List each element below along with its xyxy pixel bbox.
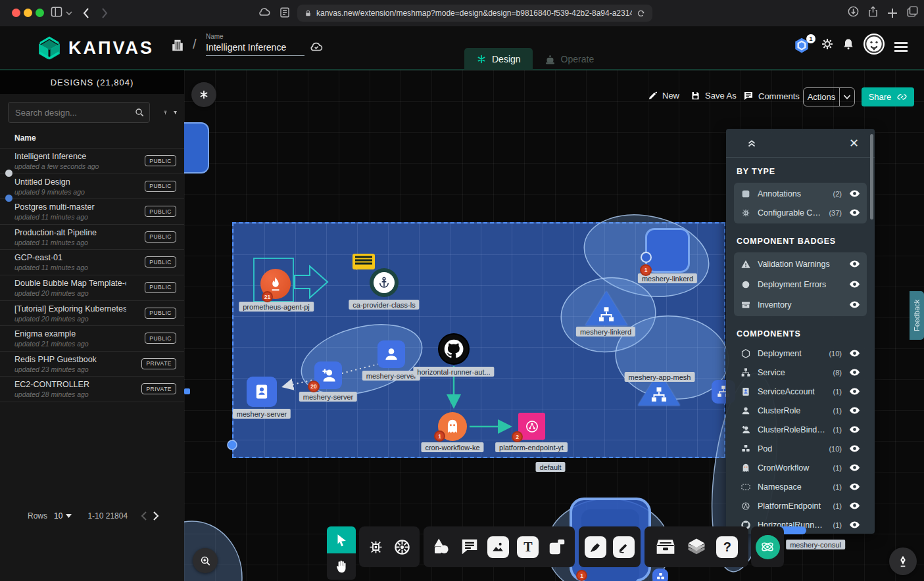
tool-pen-button[interactable] — [585, 536, 606, 558]
design-row[interactable]: Intelligent Inference updated a few seco… — [0, 149, 184, 174]
bell-icon[interactable] — [842, 37, 855, 51]
node-small-pod[interactable] — [652, 569, 668, 581]
share-icon[interactable] — [867, 5, 879, 18]
kanvas-logo[interactable]: KAΠVAS — [37, 35, 154, 60]
eye-icon[interactable] — [848, 500, 860, 511]
eye-icon[interactable] — [848, 367, 860, 378]
search-input[interactable] — [8, 102, 150, 123]
design-row[interactable]: Postgres multi-master updated 11 minutes… — [0, 199, 184, 225]
tool-pan-hand[interactable] — [327, 553, 356, 580]
component-row-namespace[interactable]: Namespace(1) — [734, 477, 867, 496]
tool-text-button[interactable]: T — [517, 536, 539, 558]
component-row-service[interactable]: Service(8) — [734, 363, 867, 382]
collapse-all-icon[interactable] — [746, 137, 758, 149]
type-row-configurable[interactable]: Configurable Compon (37) — [734, 203, 867, 222]
tool-comment-icon[interactable] — [460, 537, 479, 557]
eye-icon[interactable] — [848, 299, 860, 310]
design-row[interactable]: EC2-CONTROLLER updated 28 minutes ago PR… — [0, 377, 184, 402]
error-badge[interactable]: 1 — [434, 430, 445, 442]
eye-icon[interactable] — [848, 405, 860, 416]
node-meshery-linkerd-svc[interactable] — [585, 291, 627, 325]
close-icon[interactable]: ✕ — [849, 137, 859, 149]
tool-select-cursor[interactable] — [327, 526, 356, 553]
share-button[interactable]: Share — [862, 87, 914, 106]
node-meshery-server-clusterrole[interactable] — [377, 340, 405, 368]
comment-annotation-icon[interactable] — [353, 254, 375, 269]
actions-button[interactable]: Actions — [803, 87, 855, 106]
component-row-serviceaccount[interactable]: ServiceAccount(1) — [734, 382, 867, 401]
eye-icon[interactable] — [848, 279, 860, 290]
eye-icon[interactable] — [848, 424, 860, 435]
sidebar-toggle-icon[interactable] — [50, 5, 63, 18]
back-icon[interactable] — [82, 7, 90, 19]
design-canvas[interactable]: New Save As Comments Actions Share 21 pr… — [184, 70, 924, 581]
eye-icon[interactable] — [848, 462, 860, 473]
error-badge[interactable]: 21 — [262, 291, 273, 302]
gear-icon[interactable] — [821, 37, 834, 51]
component-row-deployment[interactable]: Deployment(10) — [734, 344, 867, 363]
selection-handle[interactable] — [228, 440, 237, 450]
filter-icon[interactable] — [173, 107, 178, 118]
feedback-tab[interactable]: Feedback — [910, 291, 924, 340]
design-row[interactable]: Redis PHP Guestbook updated 23 minutes a… — [0, 352, 184, 377]
icloud-icon[interactable] — [258, 5, 271, 18]
design-name-input[interactable] — [206, 40, 304, 56]
tool-layers-icon[interactable] — [687, 537, 706, 557]
next-page-icon[interactable] — [153, 511, 159, 521]
type-row-annotations[interactable]: Annotations (2) — [734, 184, 867, 203]
zoom-button[interactable] — [193, 548, 218, 573]
tool-frame-icon[interactable] — [547, 537, 567, 557]
design-row[interactable]: Production-alt Pipeline updated 11 minut… — [0, 225, 184, 250]
tool-image-button[interactable] — [487, 536, 509, 558]
eye-icon[interactable] — [848, 519, 860, 530]
eye-icon[interactable] — [848, 481, 860, 492]
refresh-icon[interactable] — [636, 9, 646, 18]
actions-caret-icon[interactable] — [840, 95, 854, 100]
design-row[interactable]: GCP-east-01 updated 11 minutes ago PUBLI… — [0, 250, 184, 275]
component-row-pod[interactable]: Pod(10) — [734, 439, 867, 458]
eye-icon[interactable] — [848, 188, 860, 199]
minimize-window-button[interactable] — [24, 9, 32, 17]
eye-icon[interactable] — [848, 348, 860, 359]
import-design-icon[interactable] — [163, 107, 168, 118]
design-row[interactable]: Untitled Design updated 9 minutes ago PU… — [0, 174, 184, 200]
eye-icon[interactable] — [848, 443, 860, 454]
component-row-platformendpoint[interactable]: PlatformEndpoint(1) — [734, 496, 867, 515]
meshery-extension-button[interactable] — [756, 535, 780, 559]
close-window-button[interactable] — [12, 9, 20, 17]
design-row[interactable]: Double Bubble Map Template-copy updated … — [0, 275, 184, 301]
save-as-button[interactable]: Save As — [691, 91, 737, 101]
new-tab-icon[interactable] — [887, 7, 898, 19]
chevron-down-icon[interactable] — [66, 10, 72, 16]
tool-drawer-icon[interactable] — [655, 536, 676, 557]
eye-icon[interactable] — [848, 386, 860, 397]
badge-row-validation[interactable]: Validation Warnings — [734, 254, 867, 274]
url-bar[interactable]: kanvas.new/extension/meshmap?mode=design… — [297, 5, 652, 22]
zoom-window-button[interactable] — [36, 9, 44, 17]
tab-design[interactable]: Design — [464, 48, 533, 70]
panel-scrollbar[interactable] — [870, 134, 873, 220]
prev-page-icon[interactable] — [141, 511, 147, 521]
node-horizontal-runner[interactable] — [439, 335, 468, 363]
badge-row-inventory[interactable]: Inventory — [734, 294, 867, 315]
avatar[interactable] — [863, 34, 885, 55]
error-badge[interactable]: 1 — [640, 264, 652, 276]
component-row-cronworkflow[interactable]: CronWorkflow(1) — [734, 458, 867, 477]
dock-toggle-button[interactable] — [191, 82, 216, 107]
tool-shapes-icon[interactable] — [431, 537, 451, 557]
component-row-clusterrolebinding[interactable]: ClusterRoleBinding(1) — [734, 420, 867, 439]
node-clipped-dot[interactable] — [184, 388, 190, 394]
design-row[interactable]: [Tutorial] Exploring Kubernetes Pod upda… — [0, 301, 184, 327]
forward-icon[interactable] — [101, 7, 109, 19]
new-button[interactable]: New — [648, 91, 679, 101]
downloads-icon[interactable] — [847, 5, 860, 18]
component-row-clusterrole[interactable]: ClusterRole(1) — [734, 401, 867, 420]
reader-icon[interactable] — [279, 7, 291, 18]
tool-help-button[interactable]: ? — [716, 536, 738, 558]
error-badge[interactable]: 1 — [576, 570, 587, 581]
node-meshery-server-serviceaccount[interactable] — [247, 377, 277, 407]
annotation-pen-button[interactable] — [889, 547, 917, 575]
tab-operate[interactable]: Operate — [533, 48, 606, 70]
badge-row-deployment-errors[interactable]: Deployment Errors — [734, 274, 867, 294]
error-badge[interactable]: 20 — [308, 381, 320, 392]
